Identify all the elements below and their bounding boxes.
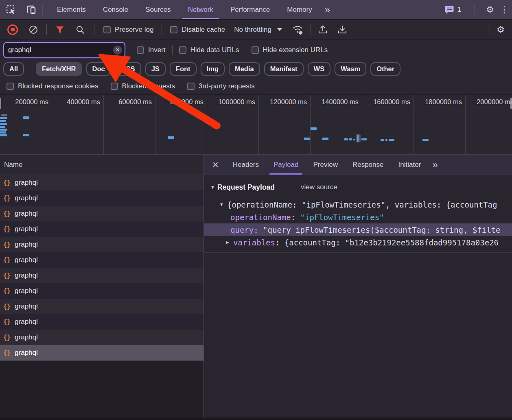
waterfall-bar[interactable] <box>0 120 6 122</box>
chip-img[interactable]: Img <box>201 62 225 76</box>
hide-data-urls-checkbox[interactable] <box>179 46 186 54</box>
hide-data-urls-toggle[interactable]: Hide data URLs <box>179 46 239 54</box>
payload-line[interactable]: ▼{operationName: "ipFlowTimeseries", var… <box>204 198 512 211</box>
network-overview-timeline[interactable]: 200000 ms400000 ms600000 ms800000 ms1000… <box>0 95 512 155</box>
settings-gear-icon[interactable]: ⚙ <box>486 4 494 15</box>
tab-sources[interactable]: Sources <box>137 0 179 19</box>
hide-extension-urls-toggle[interactable]: Hide extension URLs <box>252 46 328 54</box>
request-row[interactable]: {}graphql <box>0 237 203 252</box>
collapse-triangle-icon[interactable]: ▼ <box>210 185 217 190</box>
waterfall-bar[interactable] <box>0 134 7 136</box>
preserve-log-toggle[interactable]: Preserve log <box>103 26 153 34</box>
waterfall-bar[interactable] <box>0 123 7 125</box>
waterfall-bar[interactable] <box>357 135 359 142</box>
detail-tab-response[interactable]: Response <box>345 155 391 175</box>
waterfall-bar[interactable] <box>385 139 387 141</box>
clear-network-log-icon[interactable] <box>28 25 38 35</box>
blocked-response-cookies-checkbox[interactable] <box>7 83 14 90</box>
request-row[interactable]: {}graphql <box>0 314 203 330</box>
chip-media[interactable]: Media <box>229 62 260 76</box>
detail-tab-initiator[interactable]: Initiator <box>391 155 429 175</box>
view-source-link[interactable]: view source <box>301 183 337 191</box>
clear-filter-icon[interactable]: ✕ <box>113 46 122 55</box>
waterfall-bar[interactable] <box>349 138 352 140</box>
expanded-triangle-icon[interactable]: ▼ <box>220 202 227 207</box>
waterfall-bar[interactable] <box>422 139 429 141</box>
payload-line[interactable]: query: "query ipFlowTimeseries($accountT… <box>204 223 512 236</box>
filter-input[interactable] <box>4 43 125 57</box>
waterfall-bar[interactable] <box>361 138 367 140</box>
inspect-element-icon[interactable] <box>6 4 16 15</box>
invert-checkbox[interactable] <box>137 46 144 54</box>
device-toolbar-icon[interactable] <box>26 5 37 15</box>
waterfall-bar[interactable] <box>0 117 7 119</box>
waterfall-bar[interactable] <box>381 139 384 141</box>
record-network-log-button[interactable] <box>7 24 18 35</box>
request-row[interactable]: {}graphql <box>0 252 203 268</box>
hide-extension-urls-checkbox[interactable] <box>252 46 259 54</box>
request-row[interactable]: {}graphql <box>0 190 203 206</box>
detail-tab-payload[interactable]: Payload <box>266 155 306 175</box>
waterfall-bar[interactable] <box>168 136 174 139</box>
request-row[interactable]: {}graphql <box>0 283 203 299</box>
waterfall-bar[interactable] <box>304 138 310 140</box>
tab-network[interactable]: Network <box>179 0 222 19</box>
3rd-party-requests-checkbox[interactable] <box>187 83 195 90</box>
close-detail-icon[interactable]: ✕ <box>204 160 225 170</box>
network-conditions-icon[interactable] <box>292 24 304 35</box>
detail-tab-headers[interactable]: Headers <box>225 155 266 175</box>
3rd-party-requests-toggle[interactable]: 3rd-party requests <box>187 82 255 90</box>
chip-css[interactable]: CSS <box>115 62 141 76</box>
tab-memory[interactable]: Memory <box>278 0 320 19</box>
more-detail-tabs-icon[interactable]: » <box>428 159 441 171</box>
issues-counter[interactable]: 1 <box>444 5 461 14</box>
chip-doc[interactable]: Doc <box>86 62 111 76</box>
timeline-left-handle[interactable] <box>0 97 2 110</box>
request-row[interactable]: {}graphql <box>0 299 203 314</box>
blocked-requests-checkbox[interactable] <box>111 83 118 90</box>
request-payload-section[interactable]: ▼ Request Payload view source <box>204 181 512 193</box>
waterfall-bar[interactable] <box>322 138 328 140</box>
invert-toggle[interactable]: Invert <box>137 46 166 54</box>
payload-line[interactable]: operationName: "ipFlowTimeseries" <box>204 211 512 223</box>
preserve-log-checkbox[interactable] <box>103 26 111 33</box>
chip-other[interactable]: Other <box>370 62 400 76</box>
blocked-response-cookies-toggle[interactable]: Blocked response cookies <box>7 82 98 90</box>
name-column-header[interactable]: Name <box>0 155 203 175</box>
chip-all[interactable]: All <box>3 62 24 76</box>
tab-elements[interactable]: Elements <box>48 0 94 19</box>
waterfall-bar[interactable] <box>311 127 317 130</box>
waterfall-bar[interactable] <box>0 129 7 131</box>
tab-performance[interactable]: Performance <box>222 0 278 19</box>
disable-cache-checkbox[interactable] <box>170 26 177 33</box>
waterfall-bar[interactable] <box>23 134 29 136</box>
kebab-menu-icon[interactable]: ⋮ <box>497 4 512 15</box>
request-row[interactable]: {}graphql <box>0 206 203 221</box>
throttling-dropdown[interactable]: No throttling <box>234 26 282 34</box>
import-har-icon[interactable] <box>317 24 328 35</box>
tab-console[interactable]: Console <box>94 0 137 19</box>
request-row[interactable]: {}graphql <box>0 330 203 345</box>
waterfall-bar[interactable] <box>1 114 7 116</box>
disable-cache-toggle[interactable]: Disable cache <box>170 26 225 34</box>
request-row[interactable]: {}graphql <box>0 268 203 283</box>
chip-ws[interactable]: WS <box>308 62 331 76</box>
chip-fetch-xhr[interactable]: Fetch/XHR <box>36 62 82 76</box>
filter-icon[interactable] <box>55 25 65 35</box>
chip-js[interactable]: JS <box>145 62 166 76</box>
request-row[interactable]: {}graphql <box>0 221 203 237</box>
chip-wasm[interactable]: Wasm <box>335 62 366 76</box>
search-icon[interactable] <box>75 25 85 35</box>
waterfall-bar[interactable] <box>344 138 348 140</box>
network-settings-gear-icon[interactable]: ⚙ <box>497 24 505 35</box>
payload-line[interactable]: ▶variables: {accountTag: "b12e3b2192ee55… <box>204 236 512 249</box>
collapsed-triangle-icon[interactable]: ▶ <box>226 240 233 245</box>
waterfall-bar[interactable] <box>0 126 5 128</box>
export-har-icon[interactable] <box>337 24 348 35</box>
more-panels-icon[interactable]: » <box>321 4 333 15</box>
request-row[interactable]: {}graphql <box>0 175 203 190</box>
chip-manifest[interactable]: Manifest <box>264 62 304 76</box>
request-row[interactable]: {}graphql <box>0 345 203 361</box>
waterfall-bar[interactable] <box>23 116 29 119</box>
waterfall-bar[interactable] <box>0 131 6 133</box>
